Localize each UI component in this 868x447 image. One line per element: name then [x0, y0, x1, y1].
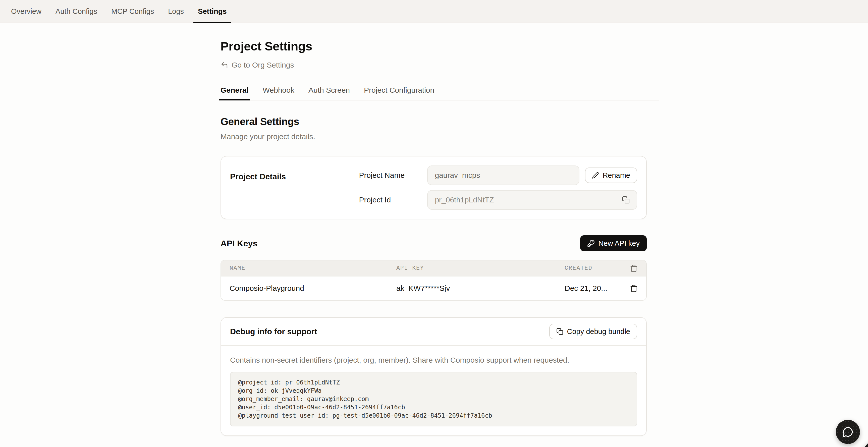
go-to-org-settings-link[interactable]: Go to Org Settings: [220, 61, 659, 69]
col-header-created: CREATED: [565, 265, 620, 272]
chat-widget-button[interactable]: [836, 420, 860, 444]
project-top-nav: Overview Auth Configs MCP Configs Logs S…: [0, 0, 868, 23]
col-header-api-key: API KEY: [396, 265, 565, 272]
project-id-label: Project Id: [359, 196, 422, 204]
project-id-row: Project Id: [359, 190, 637, 210]
nav-item-auth-configs[interactable]: Auth Configs: [51, 0, 102, 23]
project-id-field-wrap: [427, 190, 637, 210]
project-name-field-wrap: [427, 165, 580, 185]
api-key-value-cell: ak_KW7*****Sjv: [396, 284, 565, 293]
rename-button[interactable]: Rename: [585, 167, 637, 183]
debug-description: Contains non-secret identifiers (project…: [230, 356, 637, 364]
code-line: @project_id: pr_06th1pLdNtTZ: [238, 378, 629, 387]
page-title: Project Settings: [220, 39, 659, 53]
trash-icon: [630, 285, 638, 292]
col-header-name: NAME: [229, 265, 396, 272]
debug-card-title: Debug info for support: [230, 327, 317, 336]
general-settings-heading: General Settings: [220, 116, 659, 127]
code-line: @org_id: ok_jVveqqkYFWa-: [238, 387, 629, 395]
copy-debug-bundle-button[interactable]: Copy debug bundle: [549, 324, 637, 339]
key-icon: [587, 240, 595, 247]
header-trash-icon: [630, 264, 638, 272]
project-name-label: Project Name: [359, 171, 422, 180]
code-line: @user_id: d5e001b0-09ac-46d2-8451-2694ff…: [238, 403, 629, 412]
corner-widget-button-partial[interactable]: [862, 439, 868, 447]
tab-general[interactable]: General: [220, 86, 249, 100]
project-details-fields: Project Name Rename Project Id: [359, 165, 637, 210]
code-line: @playground_test_user_id: pg-test-d5e001…: [238, 412, 629, 420]
project-details-title: Project Details: [230, 165, 359, 210]
debug-info-card: Debug info for support Copy debug bundle…: [220, 317, 647, 436]
copy-icon: [622, 196, 630, 204]
project-name-row: Project Name Rename: [359, 165, 637, 185]
settings-page: Project Settings Go to Org Settings Gene…: [220, 39, 659, 447]
nav-item-overview[interactable]: Overview: [6, 0, 46, 23]
api-keys-header: API Keys New API key: [220, 235, 647, 251]
tab-webhook[interactable]: Webhook: [263, 86, 294, 100]
settings-tabs: General Webhook Auth Screen Project Conf…: [220, 86, 659, 100]
api-keys-table: NAME API KEY CREATED Composio-Playground…: [220, 260, 647, 300]
new-api-key-button[interactable]: New API key: [580, 235, 647, 251]
copy-debug-bundle-label: Copy debug bundle: [567, 327, 630, 336]
api-keys-table-header: NAME API KEY CREATED: [221, 260, 646, 276]
pencil-icon: [592, 172, 599, 179]
api-key-name-cell: Composio-Playground: [229, 284, 396, 293]
api-key-created-cell: Dec 21, 20...: [565, 284, 620, 293]
delete-api-key-button[interactable]: [630, 285, 638, 292]
project-name-input[interactable]: [435, 171, 572, 180]
project-details-card: Project Details Project Name Rename Proj…: [220, 156, 647, 219]
rename-button-label: Rename: [602, 171, 630, 180]
tab-project-configuration[interactable]: Project Configuration: [364, 86, 434, 100]
copy-project-id-button[interactable]: [622, 196, 630, 204]
new-api-key-label: New API key: [598, 239, 640, 248]
debug-bundle-code-block: @project_id: pr_06th1pLdNtTZ @org_id: ok…: [230, 372, 637, 426]
api-keys-heading: API Keys: [220, 238, 257, 248]
project-id-input[interactable]: [435, 196, 622, 204]
nav-item-settings[interactable]: Settings: [193, 0, 231, 23]
copy-icon: [556, 328, 563, 335]
message-circle-icon: [842, 426, 854, 438]
general-settings-subtitle: Manage your project details.: [220, 132, 659, 141]
code-line: @org_member_email: gaurav@inkeep.com: [238, 395, 629, 403]
tab-auth-screen[interactable]: Auth Screen: [308, 86, 350, 100]
back-link-label: Go to Org Settings: [231, 61, 294, 69]
debug-card-header: Debug info for support Copy debug bundle: [221, 318, 646, 346]
table-row: Composio-Playground ak_KW7*****Sjv Dec 2…: [221, 276, 646, 300]
nav-item-logs[interactable]: Logs: [163, 0, 188, 23]
debug-card-body: Contains non-secret identifiers (project…: [221, 346, 646, 436]
corner-up-left-icon: [220, 61, 228, 69]
nav-item-mcp-configs[interactable]: MCP Configs: [107, 0, 158, 23]
